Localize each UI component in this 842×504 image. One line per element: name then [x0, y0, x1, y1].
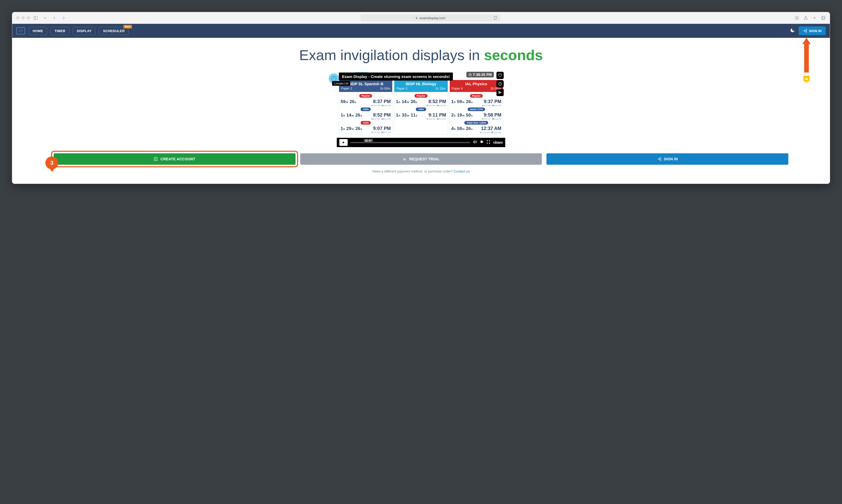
time-remaining: 4h 59m 26s: [451, 126, 473, 131]
back-icon[interactable]: [52, 16, 57, 20]
time-remaining: 1h 59m 26s: [451, 99, 473, 104]
time-micro-row: S 9:02 PM30 8:37 PM: [341, 131, 391, 133]
video-header: Exam Display - Create stunning exam scre…: [328, 73, 505, 85]
cta-row: CREATE ACCOUNT REQUEST TRIAL SIGN IN: [17, 153, 825, 165]
plus-box-icon: [154, 157, 158, 161]
signin-cta-icon: [657, 157, 661, 161]
minimize-window-icon[interactable]: [21, 16, 24, 19]
video-timestamp: 02:47: [364, 139, 373, 143]
settings-icon[interactable]: [480, 140, 484, 145]
request-trial-button[interactable]: REQUEST TRIAL: [300, 153, 542, 165]
maximize-window-icon[interactable]: [27, 16, 30, 19]
browser-right-controls: [794, 16, 826, 20]
allowance-pill: Regular: [470, 94, 483, 97]
time-end: 12:37 AM: [481, 126, 501, 131]
beta-badge: Beta: [123, 25, 132, 29]
fullscreen-icon[interactable]: [486, 140, 491, 145]
request-trial-label: REQUEST TRIAL: [409, 157, 440, 161]
svg-rect-22: [405, 159, 406, 161]
svg-rect-8: [822, 16, 825, 19]
allowance-pill: Triple time +150%: [464, 121, 488, 125]
sidebar-toggle-icon[interactable]: [33, 16, 38, 20]
svg-point-10: [331, 75, 337, 81]
nav-scheduler[interactable]: SCHEDULER Beta: [99, 27, 128, 35]
card-paper: Paper 4: [452, 87, 463, 90]
svg-rect-20: [403, 159, 403, 161]
card-duration: 1h 00m: [380, 87, 390, 90]
volume-icon[interactable]: [473, 140, 477, 145]
time-row: 4h 59m 26s 12:37 AM: [451, 125, 501, 132]
downloads-icon[interactable]: [794, 16, 799, 20]
vimeo-logo[interactable]: vimeo: [493, 140, 503, 145]
video-scrubber[interactable]: 02:47: [350, 142, 470, 143]
signin-label: SIGN IN: [809, 29, 822, 33]
card-paper: Paper 2: [341, 87, 352, 90]
svg-rect-0: [34, 16, 38, 19]
svg-rect-2: [416, 18, 417, 19]
browser-nav-controls: [33, 16, 66, 20]
url-text: examdisplay.com: [419, 16, 445, 20]
time-end: 9:11 PM: [429, 112, 446, 118]
annotation-arrow: [802, 38, 811, 73]
forward-icon[interactable]: [62, 16, 66, 20]
video-controls: 02:47 vimeo: [337, 138, 505, 147]
new-tab-icon[interactable]: [812, 16, 817, 20]
tabs-icon[interactable]: [821, 16, 826, 20]
time-row: 1h 14m 26s 8:52 PM: [341, 112, 391, 119]
footer-text: Need a different payment method, or purc…: [372, 169, 453, 173]
time-end: 9:58 PM: [484, 112, 501, 118]
time-row: 1h 29m 26s 9:07 PM: [341, 125, 391, 132]
contact-link[interactable]: Contact us: [454, 169, 470, 173]
svg-rect-9: [822, 17, 824, 20]
svg-point-12: [334, 77, 336, 78]
time-remaining: 1h 29m 26s: [341, 126, 362, 131]
allowance-pill: Regular: [414, 94, 428, 97]
exam-grid: IBDP SL Spanish B Paper 21h 00mRegular59…: [337, 80, 505, 138]
time-micro-row: S 9:53 PM30 9:28 PM: [451, 118, 501, 120]
svg-rect-21: [404, 158, 405, 160]
video-frame: Exam Display - Create stunning exam scre…: [337, 71, 505, 147]
share-icon[interactable]: [803, 16, 808, 20]
create-account-button[interactable]: CREATE ACCOUNT: [54, 153, 295, 165]
nav-home[interactable]: HOME: [29, 27, 47, 35]
time-remaining: 1h 14m 26s: [341, 113, 362, 118]
time-micro-row: S 9:32 PM30 9:07 PM: [451, 105, 501, 106]
time-remaining: 2h 19m 50s: [451, 113, 473, 118]
time-micro-row: S 8:47 PM30 8:22 PM: [341, 118, 391, 120]
close-window-icon[interactable]: [16, 16, 19, 19]
allowance-pill: +25%: [416, 107, 426, 111]
theme-toggle-icon[interactable]: [790, 28, 795, 34]
svg-point-11: [332, 77, 333, 78]
chevron-down-icon[interactable]: [43, 16, 48, 20]
video-title[interactable]: Exam Display - Create stunning exam scre…: [339, 73, 453, 80]
time-remaining: 59m 26s: [341, 99, 357, 104]
address-bar[interactable]: examdisplay.com: [360, 14, 500, 21]
time-micro-row: S 8:47 PM30 8:22 PM: [396, 105, 446, 106]
page-body: Exam invigilation displays in seconds Ex…: [12, 38, 830, 184]
annotation-step-badge: 3: [45, 157, 58, 169]
nav-display[interactable]: DISPLAY: [73, 27, 96, 35]
time-micro-row: S 12:32 AM30 12:07 AM: [451, 131, 501, 133]
app-logo-icon[interactable]: [16, 27, 25, 34]
allowance-pill: +25%: [361, 107, 371, 111]
allowance-pill: +50%: [361, 121, 371, 125]
warning-icon: [805, 77, 808, 80]
card-duration: 2h 00m: [491, 87, 501, 90]
time-remaining: 1h 33m 11s: [396, 113, 417, 118]
time-micro-row: S 9:06 PM30 8:41 PM: [396, 118, 446, 120]
lock-icon: [415, 17, 418, 19]
time-row: 1h 59m 26s 9:37 PM: [451, 98, 501, 105]
video-author[interactable]: Lompla Ltd: [332, 81, 350, 86]
browser-toolbar: examdisplay.com: [12, 12, 830, 24]
footer-note: Need a different payment method, or purc…: [12, 169, 830, 173]
signin-cta-button[interactable]: SIGN IN: [547, 153, 788, 165]
play-button[interactable]: [339, 139, 348, 146]
time-row: 2h 19m 50s 9:58 PM: [451, 112, 501, 119]
reload-icon[interactable]: [493, 16, 498, 20]
chart-icon: [402, 157, 407, 161]
signin-button[interactable]: SIGN IN: [799, 26, 826, 35]
nav-timer[interactable]: TIMER: [51, 27, 69, 35]
signin-icon: [803, 29, 807, 33]
signin-cta-label: SIGN IN: [664, 157, 678, 161]
allowance-pill: Jamie +17%: [468, 107, 485, 111]
